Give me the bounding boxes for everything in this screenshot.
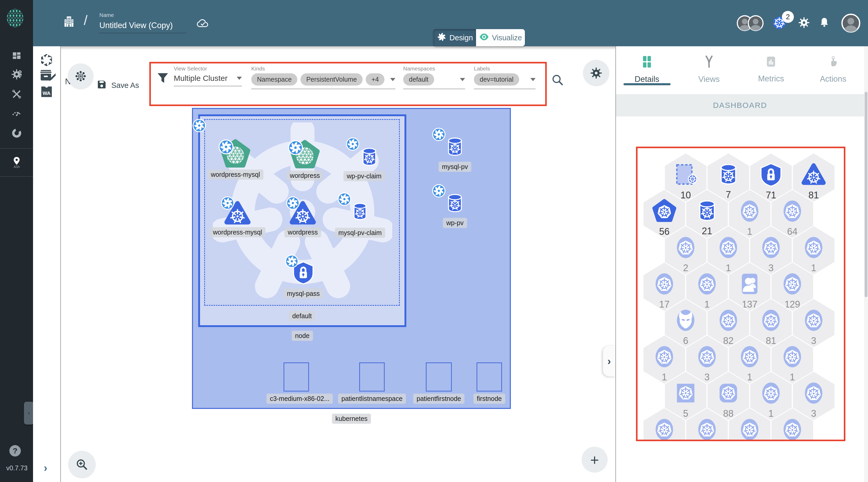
user-avatar[interactable] [841,13,861,34]
design-pinwheel-icon [436,32,447,44]
operator-badge-icon [432,128,445,142]
chevron-down-icon[interactable] [530,78,535,81]
view-name-input[interactable] [99,20,186,33]
chevron-down-icon[interactable] [390,78,395,81]
oval-icon [758,381,783,407]
hex-count: 6 [683,335,688,346]
collaborator-avatar[interactable] [748,15,764,32]
tab-details[interactable]: Details [616,46,678,92]
filter-chip[interactable]: default [403,73,434,86]
breadcrumb-separator: / [84,12,87,28]
hex-count: 10 [680,190,691,201]
save-as-label: Save As [111,81,139,90]
machine-node[interactable] [283,362,309,391]
chevron-down-icon[interactable] [460,78,465,81]
machine-node[interactable] [359,362,385,391]
oval-icon [737,344,762,370]
machine-node[interactable] [476,362,502,391]
secret-icon [758,162,783,188]
operator-badge-icon [218,139,234,156]
hex-count: 81 [766,335,776,346]
pentagon-icon [652,199,677,225]
tab-views[interactable]: Views [678,46,740,92]
node-name-label: mysql-pass [283,289,323,299]
gutter-expand-chevron[interactable]: › [44,462,47,474]
filter-chip[interactable]: Namespace [251,73,297,86]
hex-count: 1 [704,299,710,310]
zoom-in-button[interactable] [68,451,96,478]
hex-count: 2 [683,263,688,274]
gutter-item-design-pinwheel[interactable] [39,53,54,68]
hex-count: 5 [683,408,688,419]
sidebar-item-lifecycle[interactable] [10,68,23,81]
filter-funnel-icon [156,71,169,86]
oval-icon [780,199,805,225]
view-selector-select[interactable]: View Selector Multiple Cluster [174,66,242,86]
add-button[interactable]: + [582,447,608,473]
sidebar-item-mesh-location[interactable] [10,156,23,168]
oval-icon [716,235,741,261]
hex-count: 17 [659,299,670,310]
sidebar-item-performance[interactable] [10,107,23,120]
node-name-label: c3-medium-x86-02... [266,394,333,404]
notifications-bell-icon[interactable] [818,17,830,30]
save-as-button[interactable]: Save As [96,79,139,92]
oval-icon [694,344,719,370]
active-tab-underline [623,83,671,85]
visualize-tab[interactable]: Visualize [476,29,525,46]
app-logo-icon[interactable] [6,7,25,30]
panel-scrollbar-thumb[interactable] [865,92,867,297]
oval-icon [801,235,826,261]
tab-label: Details [635,75,659,84]
pvc-node[interactable] [352,201,368,223]
pvc-node[interactable] [361,147,378,169]
hex-count: 82 [723,335,734,346]
header-settings-icon[interactable] [798,17,810,30]
svg-text:WA: WA [43,91,51,96]
pv-node[interactable] [446,136,464,159]
oval-icon [780,417,805,440]
hex-count: 64 [787,226,798,237]
new-view-button[interactable] [68,63,93,89]
oval-icon [652,271,677,297]
filter-group-labels[interactable]: Labelsdev=tutorial [474,66,535,89]
operator-badge-icon [346,137,360,152]
organization-icon[interactable] [62,15,75,29]
sidebar-item-configuration[interactable] [10,88,23,100]
design-tab[interactable]: Design [433,29,476,46]
gutter-item-catalog-edit[interactable] [39,68,54,83]
view-name-label: Name [99,12,114,18]
gutter-item-wasm-wa[interactable]: WA [39,85,54,99]
roundsquare-icon [716,381,741,407]
node-name-label: wp-pv [443,218,467,228]
person-icon [737,271,762,297]
oval-icon [758,308,783,334]
oval-icon [652,417,677,440]
hex-count: 3 [768,263,774,274]
namespace-label: default [289,311,315,321]
filter-chip[interactable]: +4 [366,73,385,86]
tab-metrics[interactable]: Metrics [740,46,802,92]
filter-chip[interactable]: PersistentVolume [301,73,363,86]
version-text: v0.7.73 [6,464,28,472]
hex-count: 81 [808,190,819,201]
help-button[interactable]: ? [9,445,21,456]
hex-count: 88 [723,408,734,419]
machine-node[interactable] [426,362,452,391]
rail-expand-button[interactable]: › [24,401,34,424]
tab-actions[interactable]: Actions [802,46,864,92]
canvas-settings-button[interactable] [583,60,610,86]
filter-group-kinds[interactable]: KindsNamespacePersistentVolume+4 [251,66,395,89]
sidebar-item-dashboard[interactable] [10,50,23,62]
node-name-label: wordpress [284,227,321,237]
filter-group-namespaces[interactable]: Namespacesdefault [403,66,465,89]
volume-icon [718,162,739,188]
filter-chip[interactable]: dev=tutorial [474,73,519,86]
operator-badge-icon [286,196,300,211]
sidebar-item-extensions[interactable] [10,127,23,139]
search-icon[interactable] [551,73,564,88]
panel-collapse-handle[interactable]: › [603,346,615,377]
oval-icon [694,271,719,297]
node-name-label: mysql-pv-claim [335,228,385,238]
pv-node[interactable] [446,192,464,215]
